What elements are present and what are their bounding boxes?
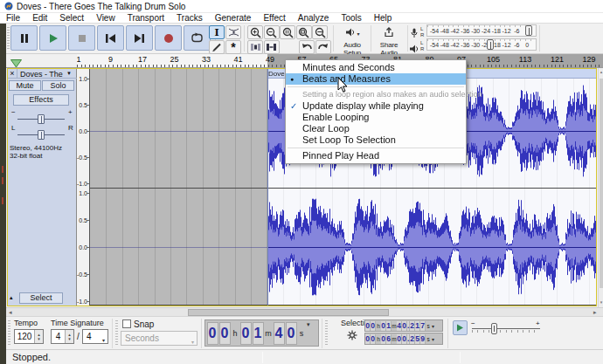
menu-item-enable-looping[interactable]: Enable Looping [286, 112, 466, 123]
effects-button[interactable]: Effects [13, 94, 69, 106]
undo-button[interactable] [299, 40, 315, 54]
draw-tool-button[interactable] [209, 40, 225, 54]
track-control-panel[interactable]: × Doves - The ▼ Mute Solo Effects − + L … [7, 69, 77, 306]
spinner-arrows-icon[interactable]: ▴▾ [65, 330, 73, 343]
menu-item-clear-loop[interactable]: Clear Loop [286, 123, 466, 134]
menu-select[interactable]: Select [53, 13, 90, 23]
time-signature-lower-select[interactable]: 4 ▾ [82, 329, 108, 344]
toolbar-grabber[interactable] [325, 320, 328, 347]
menu-generate[interactable]: Generate [209, 13, 258, 23]
tempo-spinner[interactable]: 120 ▴▾ [14, 329, 44, 344]
time-unit[interactable]: s [297, 329, 306, 338]
menu-analyze[interactable]: Analyze [292, 13, 336, 23]
horizontal-scroll-thumb[interactable] [188, 309, 389, 316]
trim-audio-button[interactable] [247, 40, 263, 54]
snap-mode-select[interactable]: Seconds ▾ [121, 331, 198, 346]
vertical-scrollbar[interactable]: ▴ ▾ [598, 68, 603, 307]
loop-button[interactable] [184, 25, 211, 51]
dropdown-caret-icon[interactable]: ▾ [432, 323, 434, 329]
time-signature-upper-value[interactable]: 4 [52, 330, 65, 343]
speed-slider-thumb[interactable] [491, 323, 497, 334]
microphone-icon[interactable] [411, 26, 418, 42]
selection-end-field[interactable]: 00h06m00.259s▾ [364, 333, 443, 345]
zoom-out-icon [266, 27, 277, 38]
zoom-in-button[interactable] [247, 25, 263, 39]
menu-item-set-loop-to-selection[interactable]: Set Loop To Selection [286, 134, 466, 146]
track-close-button[interactable]: × [8, 69, 17, 79]
tempo-value[interactable]: 120 [15, 330, 34, 343]
audio-position-display[interactable]: 00h01m40s▾ [204, 319, 319, 347]
solo-button[interactable]: Solo [42, 80, 74, 91]
time-digit[interactable]: 0 [286, 322, 297, 345]
toolbar-grabber[interactable] [8, 320, 10, 347]
time-digit[interactable]: 0 [207, 322, 218, 345]
pan-slider-thumb[interactable] [38, 130, 45, 140]
share-audio-button[interactable]: Share Audio [372, 25, 405, 52]
record-button[interactable] [155, 25, 182, 51]
scroll-right-icon[interactable]: ▸ [593, 309, 597, 316]
time-digit[interactable]: 1 [253, 322, 264, 345]
menu-view[interactable]: View [90, 13, 121, 23]
menu-file[interactable]: File [0, 13, 26, 23]
track-menu-caret-icon[interactable]: ▼ [66, 71, 72, 76]
vertical-scroll-thumb[interactable] [600, 79, 603, 288]
menu-help[interactable]: Help [368, 13, 399, 23]
menu-transport[interactable]: Transport [121, 13, 170, 23]
recording-meter[interactable]: -54-48-42-36-30-24-18-12-60 [426, 24, 537, 37]
menu-item-beats-and-measures[interactable]: ●Beats and Measures [286, 73, 466, 85]
play-at-speed-button[interactable] [453, 320, 468, 335]
menu-item-pinned-play-head[interactable]: Pinned Play Head [286, 150, 466, 161]
collapse-track-button[interactable]: ▴ [10, 294, 13, 301]
spinner-arrows-icon[interactable]: ▴▾ [34, 330, 43, 343]
select-track-button[interactable]: Select [19, 292, 63, 304]
toolbar-grabber[interactable] [115, 320, 118, 347]
fit-selection-button[interactable] [280, 25, 295, 39]
playback-speed-slider[interactable] [472, 328, 540, 329]
vertical-scale-ruler[interactable]: 1.00.50.0-0.5-1.01.00.50.0-0.5-1.0 [77, 69, 90, 306]
gear-icon[interactable] [347, 330, 357, 342]
mute-button[interactable]: Mute [9, 80, 41, 91]
track-name[interactable]: Doves - The [20, 70, 63, 79]
pause-button[interactable] [10, 25, 38, 51]
time-unit[interactable]: s [426, 336, 431, 342]
scroll-down-icon[interactable]: ▾ [599, 299, 603, 305]
multi-tool-button[interactable]: * [225, 40, 241, 54]
selection-tool-button[interactable]: I [209, 25, 225, 39]
time-unit[interactable]: h [231, 329, 239, 338]
horizontal-scrollbar[interactable]: ◂ ▸ [6, 307, 603, 316]
playback-meter[interactable]: -54-48-42-36-30-24-18-12-60 [426, 38, 537, 51]
zoom-toggle-button[interactable] [312, 25, 328, 39]
gain-slider-thumb[interactable] [38, 114, 45, 124]
menu-item-minutes-and-seconds[interactable]: Minutes and Seconds [286, 62, 466, 73]
dropdown-caret-icon[interactable]: ▾ [307, 321, 310, 328]
scroll-left-icon[interactable]: ◂ [9, 309, 12, 316]
time-unit[interactable]: s [426, 323, 431, 329]
toolbar-grabber[interactable] [7, 27, 10, 50]
skip-to-end-button[interactable] [126, 25, 153, 51]
skip-to-start-button[interactable] [97, 25, 124, 51]
time-signature-upper-spinner[interactable]: 4 ▴▾ [51, 329, 74, 344]
menu-effect[interactable]: Effect [257, 13, 291, 23]
zoom-out-button[interactable] [264, 25, 280, 39]
menu-tracks[interactable]: Tracks [170, 13, 209, 23]
dropdown-caret-icon[interactable]: ▾ [432, 336, 434, 342]
audio-setup-button[interactable]: ▾ Audio Setup [335, 25, 370, 52]
time-unit[interactable]: m [264, 329, 273, 338]
redo-button[interactable] [315, 40, 331, 54]
time-digit[interactable]: 4 [274, 322, 285, 345]
time-digit[interactable]: 0 [219, 322, 231, 345]
recording-meter-thumb[interactable] [525, 25, 532, 36]
silence-audio-button[interactable] [264, 40, 280, 54]
stop-button[interactable] [68, 25, 95, 51]
time-digit[interactable]: 0 [240, 322, 252, 345]
fit-project-button[interactable] [296, 25, 312, 39]
menu-edit[interactable]: Edit [26, 13, 53, 23]
snap-checkbox[interactable] [122, 319, 131, 328]
menu-item-update-display-while-playing[interactable]: ✓Update display while playing [286, 100, 466, 112]
playback-meter-thumb[interactable] [487, 39, 494, 50]
play-button[interactable] [39, 25, 66, 51]
selection-start-field[interactable]: 00h01m40.217s▾ [364, 319, 443, 332]
envelope-tool-button[interactable] [225, 25, 241, 39]
menu-tools[interactable]: Tools [335, 13, 367, 23]
scroll-up-icon[interactable]: ▴ [599, 69, 603, 74]
